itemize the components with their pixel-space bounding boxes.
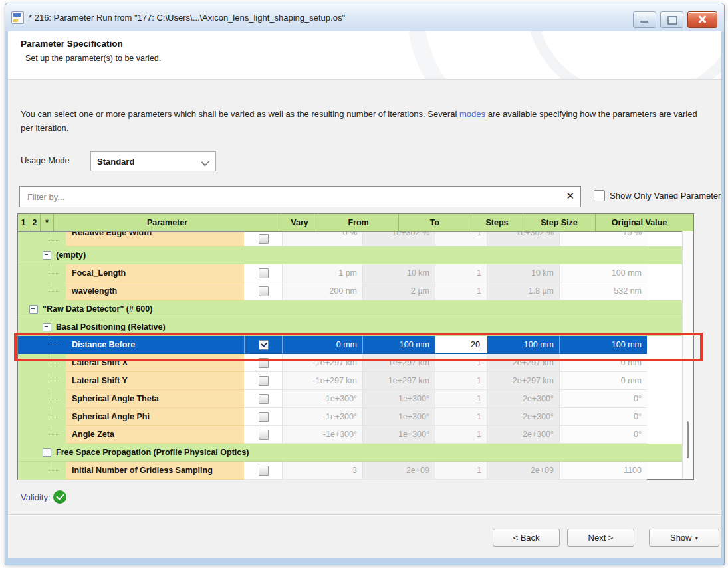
parameter-row-angle-zeta[interactable]: Angle Zeta-1e+300°1e+300°12e+300°0° bbox=[18, 426, 683, 444]
cell-to[interactable]: 1e+297 km bbox=[363, 372, 435, 390]
vary-checkbox[interactable] bbox=[259, 466, 269, 476]
parameter-name-cell[interactable]: Spherical Angle Phi bbox=[66, 408, 245, 426]
parameter-row-focal-length[interactable]: Focal_Length1 pm10 km110 km100 mm bbox=[18, 264, 683, 282]
cell-step-size[interactable]: 2e+300° bbox=[487, 390, 560, 408]
cell-steps[interactable]: 1 bbox=[435, 264, 487, 282]
cell-steps[interactable]: 1 bbox=[435, 372, 487, 390]
vary-checkbox[interactable] bbox=[259, 430, 269, 440]
cell-step-size[interactable]: 2e+297 km bbox=[487, 372, 560, 390]
parameter-row-lateral-shift-x[interactable]: Lateral Shift X-1e+297 km1e+297 km12e+29… bbox=[18, 354, 683, 372]
cell-step-size[interactable]: 2e+300° bbox=[487, 426, 560, 444]
filter-input[interactable] bbox=[26, 187, 554, 206]
collapse-icon[interactable] bbox=[43, 251, 51, 260]
cell-to[interactable]: 100 mm bbox=[363, 336, 435, 354]
next-button[interactable]: Next > bbox=[567, 529, 634, 547]
parameter-name-cell[interactable]: Relative Edge Width bbox=[66, 232, 245, 246]
usage-mode-select[interactable]: Standard bbox=[90, 151, 216, 171]
table-scrollbar[interactable] bbox=[682, 231, 693, 479]
vary-checkbox[interactable] bbox=[259, 234, 269, 244]
cell-to[interactable]: 1e+302 % bbox=[363, 232, 435, 246]
column-header-1[interactable]: 1 bbox=[18, 214, 29, 231]
parameter-name-cell[interactable]: Lateral Shift X bbox=[66, 354, 245, 372]
cell-original-value[interactable]: 100 mm bbox=[560, 336, 647, 354]
vary-checkbox[interactable] bbox=[259, 358, 269, 368]
cell-from[interactable]: 3 bbox=[283, 462, 363, 480]
collapse-icon[interactable] bbox=[43, 323, 51, 331]
cell-step-size[interactable]: 100 mm bbox=[487, 336, 560, 354]
back-button[interactable]: < Back bbox=[493, 529, 560, 547]
cell-steps[interactable]: 1 bbox=[435, 282, 487, 300]
cell-vary[interactable] bbox=[245, 336, 283, 354]
column-header-parameter[interactable]: Parameter bbox=[54, 214, 281, 231]
cell-step-size[interactable]: 2e+09 bbox=[487, 462, 560, 480]
cell-to[interactable]: 10 km bbox=[363, 264, 435, 282]
cell-steps[interactable]: 1 bbox=[435, 232, 487, 246]
cell-steps[interactable]: 1 bbox=[435, 408, 487, 426]
cell-from[interactable]: 0 % bbox=[283, 232, 363, 246]
cell-vary[interactable] bbox=[245, 282, 283, 300]
cell-step-size[interactable]: 2e+297 km bbox=[487, 354, 560, 372]
cell-steps[interactable]: 20 bbox=[435, 336, 487, 354]
show-button[interactable]: Show▾ bbox=[649, 529, 719, 547]
cell-from[interactable]: -1e+300° bbox=[283, 408, 363, 426]
maximize-button[interactable] bbox=[660, 11, 683, 28]
cell-to[interactable]: 1e+300° bbox=[363, 390, 435, 408]
cell-from[interactable]: -1e+300° bbox=[283, 426, 363, 444]
vary-checkbox[interactable] bbox=[259, 286, 269, 296]
column-header-step-size[interactable]: Step Size bbox=[523, 214, 596, 231]
parameter-name-cell[interactable]: Spherical Angle Theta bbox=[66, 390, 245, 408]
cell-vary[interactable] bbox=[245, 462, 283, 480]
cell-steps[interactable]: 1 bbox=[435, 390, 487, 408]
cell-original-value[interactable]: 1100 bbox=[560, 462, 647, 480]
cell-original-value[interactable]: 0° bbox=[560, 390, 647, 408]
cell-original-value[interactable]: 0° bbox=[560, 426, 647, 444]
parameter-row-relative-edge-width[interactable]: Relative Edge Width0 %1e+302 %11e+302 %1… bbox=[18, 232, 683, 246]
cell-original-value[interactable]: 10 % bbox=[560, 232, 647, 246]
cell-to[interactable]: 1e+297 km bbox=[363, 354, 435, 372]
column-header-steps[interactable]: Steps bbox=[471, 214, 523, 231]
parameter-name-cell[interactable]: Focal_Length bbox=[66, 264, 245, 282]
parameter-row-initial-number-of-gridless-sampling[interactable]: Initial Number of Gridless Sampling32e+0… bbox=[18, 462, 683, 480]
minimize-button[interactable] bbox=[633, 11, 656, 28]
parameter-row-spherical-angle-phi[interactable]: Spherical Angle Phi-1e+300°1e+300°12e+30… bbox=[18, 408, 683, 426]
parameter-row-distance-before[interactable]: Distance Before0 mm100 mm20100 mm100 mm bbox=[18, 336, 683, 354]
column-header-from[interactable]: From bbox=[318, 214, 399, 231]
vary-checkbox[interactable] bbox=[259, 394, 269, 404]
parameter-row-wavelength[interactable]: wavelength200 nm2 µm11.8 µm532 nm bbox=[18, 282, 683, 300]
cell-original-value[interactable]: 0 mm bbox=[560, 354, 647, 372]
cell-vary[interactable] bbox=[245, 232, 283, 246]
cell-from[interactable]: -1e+300° bbox=[283, 390, 363, 408]
cell-vary[interactable] bbox=[245, 390, 283, 408]
cell-steps[interactable]: 1 bbox=[435, 462, 487, 480]
cell-vary[interactable] bbox=[245, 354, 283, 372]
cell-original-value[interactable]: 0 mm bbox=[560, 372, 647, 390]
show-only-varied-control[interactable]: Show Only Varied Parameters bbox=[594, 190, 721, 201]
cell-from[interactable]: 200 nm bbox=[283, 282, 363, 300]
cell-original-value[interactable]: 0° bbox=[560, 408, 647, 426]
modes-link[interactable]: modes bbox=[459, 109, 485, 119]
cell-from[interactable]: -1e+297 km bbox=[283, 354, 363, 372]
cell-step-size[interactable]: 2e+300° bbox=[487, 408, 560, 426]
cell-original-value[interactable]: 532 nm bbox=[560, 282, 647, 300]
cell-to[interactable]: 1e+300° bbox=[363, 408, 435, 426]
vary-checkbox[interactable] bbox=[259, 268, 269, 278]
parameter-name-cell[interactable]: wavelength bbox=[66, 282, 245, 300]
parameter-row-lateral-shift-y[interactable]: Lateral Shift Y-1e+297 km1e+297 km12e+29… bbox=[18, 372, 683, 390]
vary-checkbox[interactable] bbox=[259, 376, 269, 386]
collapse-icon[interactable] bbox=[29, 305, 38, 314]
parameter-name-cell[interactable]: Lateral Shift Y bbox=[66, 372, 245, 390]
cell-vary[interactable] bbox=[245, 408, 283, 426]
cell-steps[interactable]: 1 bbox=[435, 354, 487, 372]
cell-vary[interactable] bbox=[245, 372, 283, 390]
cell-to[interactable]: 2e+09 bbox=[363, 462, 435, 480]
column-header-vary[interactable]: Vary bbox=[281, 214, 318, 231]
cell-from[interactable]: 0 mm bbox=[283, 336, 363, 354]
column-header-to[interactable]: To bbox=[399, 214, 471, 231]
cell-original-value[interactable]: 100 mm bbox=[560, 264, 647, 282]
cell-from[interactable]: -1e+297 km bbox=[283, 372, 363, 390]
cell-steps[interactable]: 1 bbox=[435, 426, 487, 444]
cell-from[interactable]: 1 pm bbox=[283, 264, 363, 282]
vary-checkbox[interactable] bbox=[259, 412, 269, 422]
cell-to[interactable]: 2 µm bbox=[363, 282, 435, 300]
cell-to[interactable]: 1e+300° bbox=[363, 426, 435, 444]
